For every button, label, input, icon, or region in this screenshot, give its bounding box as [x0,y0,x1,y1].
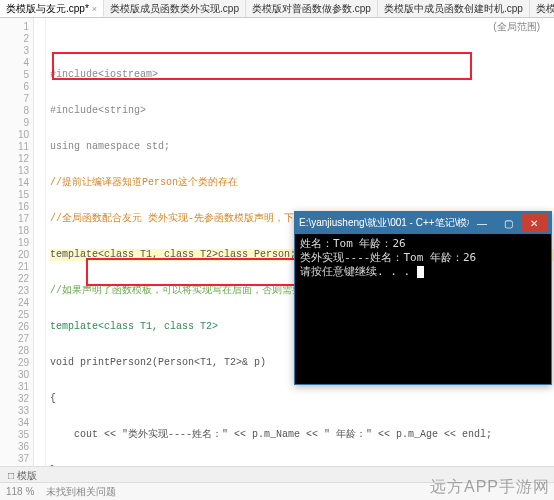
tab-3[interactable]: 类模版中成员函数创建时机.cpp [378,0,530,17]
zoom-level[interactable]: 118 % [6,486,34,497]
console-output: 姓名：Tom 年龄：26 类外实现----姓名：Tom 年龄：26 请按任意键继… [295,234,551,282]
cursor-icon [417,266,424,278]
watermark: 远方APP手游网 [430,477,550,498]
console-titlebar[interactable]: E:\yanjiusheng\就业\001 - C++笔记\模板\模板... —… [295,212,551,234]
minimize-icon[interactable]: — [469,214,495,232]
tab-2[interactable]: 类模版对普函数做参数.cpp [246,0,378,17]
tab-4[interactable]: 类模版.cpp [530,0,554,17]
console-title: E:\yanjiusheng\就业\001 - C++笔记\模板\模板... [299,216,469,230]
console-window[interactable]: E:\yanjiusheng\就业\001 - C++笔记\模板\模板... —… [294,211,552,385]
close-icon[interactable]: × [92,4,97,14]
tab-0[interactable]: 类模版与友元.cpp*× [0,0,104,17]
status-text: 未找到相关问题 [46,485,116,499]
maximize-icon[interactable]: ▢ [495,214,521,232]
fold-gutter [34,18,46,482]
line-gutter: 12345678910 11121314151617181920 2122232… [0,18,34,482]
tab-1[interactable]: 类模版成员函数类外实现.cpp [104,0,246,17]
editor-tabs: 类模版与友元.cpp*× 类模版成员函数类外实现.cpp 类模版对普函数做参数.… [0,0,554,18]
close-icon[interactable]: ✕ [521,214,547,232]
